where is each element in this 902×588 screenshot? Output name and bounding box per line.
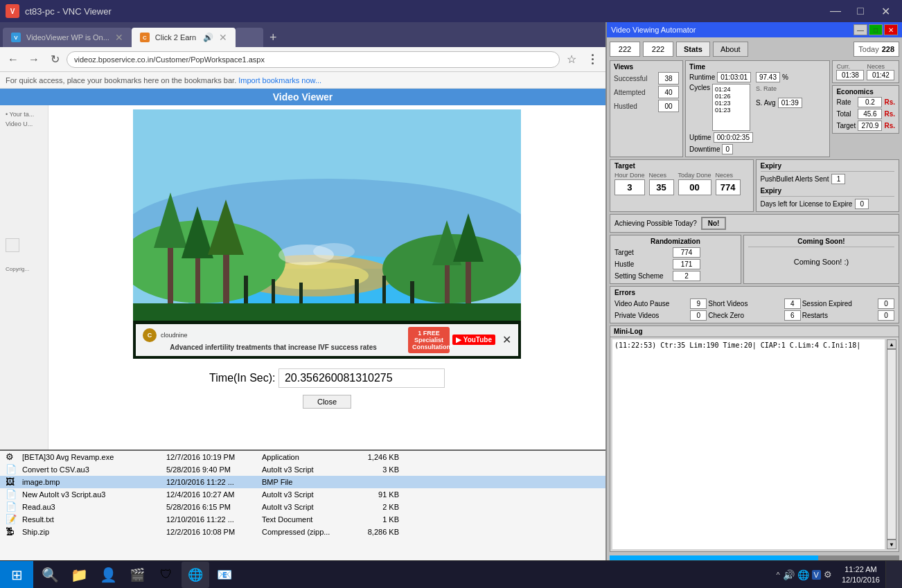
browser-menu-button[interactable]	[583, 51, 601, 69]
minilog-scrollbar[interactable]: ▲ ▼	[887, 339, 896, 549]
svg-rect-14	[445, 262, 450, 303]
bookmarks-hint: For quick access, place your bookmarks h…	[6, 76, 236, 84]
taskbar-security[interactable]: 🛡	[152, 562, 180, 588]
file-row[interactable]: 📄 Convert to CSV.au3 5/28/2016 9:40 PM A…	[0, 463, 605, 476]
err-val-4: 0	[690, 310, 707, 321]
view-label-attempted: Attempted	[614, 89, 655, 96]
scroll-down-btn[interactable]: ▼	[887, 540, 896, 549]
runtime-row: Runtime 01:03:01	[689, 72, 753, 82]
stats-btn[interactable]: Stats	[676, 42, 710, 57]
stats-top-row: 222 222 Stats About Today 228	[610, 40, 899, 58]
auto-close-btn[interactable]: ✕	[884, 24, 898, 35]
close-window-button[interactable]: ✕	[874, 3, 896, 19]
file-date: 12/7/2016 10:19 PM	[166, 453, 256, 461]
rate-label: Rate	[836, 98, 856, 106]
back-button[interactable]: ←	[4, 51, 22, 69]
bookmark-button[interactable]: ☆	[563, 51, 581, 69]
auto-maximize-btn[interactable]: □	[869, 24, 883, 35]
taskbar-media[interactable]: 🎬	[123, 562, 151, 588]
file-icon: ⚙	[6, 452, 17, 463]
downtime-label: Downtime	[689, 145, 720, 153]
sidebar-img	[6, 238, 42, 252]
forward-button[interactable]: →	[25, 51, 43, 69]
tab-videviewer[interactable]: V VideoViewer WP is On... ✕	[3, 28, 132, 47]
time-input[interactable]	[278, 368, 445, 388]
file-row[interactable]: 🖼 image.bmp 12/10/2016 11:22 ... BMP Fil…	[0, 476, 605, 488]
youtube-button[interactable]: ▶ YouTube	[452, 335, 495, 345]
achieve-row: Achieving Possible Today? No!	[610, 214, 899, 233]
cycles-list[interactable]: 01:24 01:26 01:23 01:23	[712, 84, 750, 131]
browser-toolbar: ← → ↻ videoz.bposervice.co.in/Customer/P…	[0, 47, 605, 72]
time-left-col: Runtime 01:03:01 Cycles 01:24 01:26 01:2…	[689, 72, 753, 154]
file-row[interactable]: 🗜 Ship.zip 12/2/2016 10:08 PM Compressed…	[0, 526, 605, 538]
browser-content: Video Viewer • Your ta... Video U... Cop…	[0, 89, 605, 449]
file-row[interactable]: 📄 New AutoIt v3 Script.au3 12/4/2016 10:…	[0, 488, 605, 501]
file-row[interactable]: 📝 Result.txt 12/10/2016 11:22 ... Text D…	[0, 513, 605, 526]
browser-area: V VideoViewer WP is On... ✕ C Click 2 Ea…	[0, 22, 605, 588]
tab-favicon-2: C	[140, 33, 150, 42]
folder-taskbar-icon: 📁	[71, 567, 88, 583]
view-row-attempted: Attempted 40	[614, 86, 679, 98]
achieve-btn[interactable]: No!	[701, 217, 727, 230]
rand-title: Randomization	[614, 238, 736, 245]
file-size: 1,246 KB	[351, 453, 399, 461]
file-row[interactable]: 📄 Read.au3 5/28/2016 6:15 PM AutoIt v3 S…	[0, 501, 605, 513]
taskbar-search[interactable]: 🔍	[36, 562, 64, 588]
tab-close-1[interactable]: ✕	[115, 32, 123, 43]
windows-logo-icon: ⊞	[11, 567, 23, 583]
view-val-hustled: 00	[658, 100, 679, 112]
taskbar-person[interactable]: 👤	[94, 562, 122, 588]
import-bookmarks-link[interactable]: Import bookmarks now...	[238, 76, 321, 84]
rand-setting-val: 2	[673, 271, 700, 281]
show-desktop-button[interactable]	[885, 561, 902, 589]
pushbullet-val: 1	[831, 174, 845, 184]
security-taskbar-icon: 🛡	[160, 567, 173, 582]
site-main: C cloudnine Advanced infertility treatme…	[48, 105, 605, 449]
tray-vnc-icon[interactable]: V	[812, 570, 821, 580]
address-bar[interactable]: videoz.bposervice.co.in/Customer/PopWork…	[67, 51, 560, 68]
file-icon: 🖼	[6, 476, 17, 488]
tray-network-icon[interactable]: 🌐	[797, 569, 809, 580]
taskbar-browser[interactable]: 🌐	[182, 562, 209, 588]
refresh-button[interactable]: ↻	[46, 51, 64, 69]
taskbar-mail[interactable]: 📧	[211, 562, 238, 588]
automator-titlebar: Video Viewing Automator — □ ✕	[607, 22, 902, 37]
ad-cta-button[interactable]: 1 FREE Specialist Consultation*	[408, 327, 450, 353]
tab-close-2[interactable]: ✕	[219, 32, 227, 43]
taskbar-tray: ^ 🔊 🌐 V ⚙	[772, 569, 836, 580]
tab-new[interactable]	[236, 28, 263, 47]
runtime-val: 01:03:01	[717, 72, 751, 82]
start-menu-button[interactable]: ⊞	[0, 561, 33, 589]
auto-minimize-btn[interactable]: —	[854, 24, 867, 35]
sidebar-img-placeholder	[6, 238, 19, 252]
minimize-button[interactable]: —	[824, 3, 847, 19]
ad-close-button[interactable]: ✕	[498, 333, 515, 346]
maximize-button[interactable]: □	[849, 3, 872, 19]
avg-curr-label: Curr.	[836, 63, 864, 70]
target-econ-row: Target 270.9 Rs.	[836, 121, 895, 131]
about-btn[interactable]: About	[713, 42, 748, 57]
taskbar-folder[interactable]: 📁	[65, 562, 93, 588]
cycle-item-4: 01:23	[715, 107, 748, 114]
file-row[interactable]: ⚙ [BETA]30 Avg Revamp.exe 12/7/2016 10:1…	[0, 451, 605, 463]
close-video-button[interactable]: Close	[303, 395, 351, 409]
tab-click2earn[interactable]: C Click 2 Earn 🔊 ✕	[132, 28, 236, 47]
taskbar-clock[interactable]: 11:22 AM 12/10/2016	[836, 564, 885, 585]
coming-content: Coming Soon! :)	[748, 249, 894, 274]
target-expiry-row: Target Hour Done 3 Neces 35 Today Done 0	[610, 159, 899, 212]
tray-expand-btn[interactable]: ^	[776, 571, 779, 579]
today-val: 228	[882, 45, 894, 53]
file-icon: 🗜	[6, 526, 17, 537]
new-tab-button[interactable]: +	[263, 28, 283, 47]
scroll-up-btn[interactable]: ▲	[887, 339, 896, 349]
target-section: Target Hour Done 3 Neces 35 Today Done 0	[610, 159, 754, 212]
tray-settings-icon[interactable]: ⚙	[824, 569, 832, 580]
video-player[interactable]: C cloudnine Advanced infertility treatme…	[133, 109, 521, 359]
brand-logo: C	[143, 328, 157, 342]
svg-rect-12	[223, 251, 229, 303]
total-label: Total	[836, 110, 856, 118]
file-name: Read.au3	[22, 503, 161, 511]
tray-speaker-icon[interactable]: 🔊	[783, 569, 795, 580]
file-type: Application	[262, 453, 345, 461]
vnc-icon: V	[6, 4, 19, 18]
